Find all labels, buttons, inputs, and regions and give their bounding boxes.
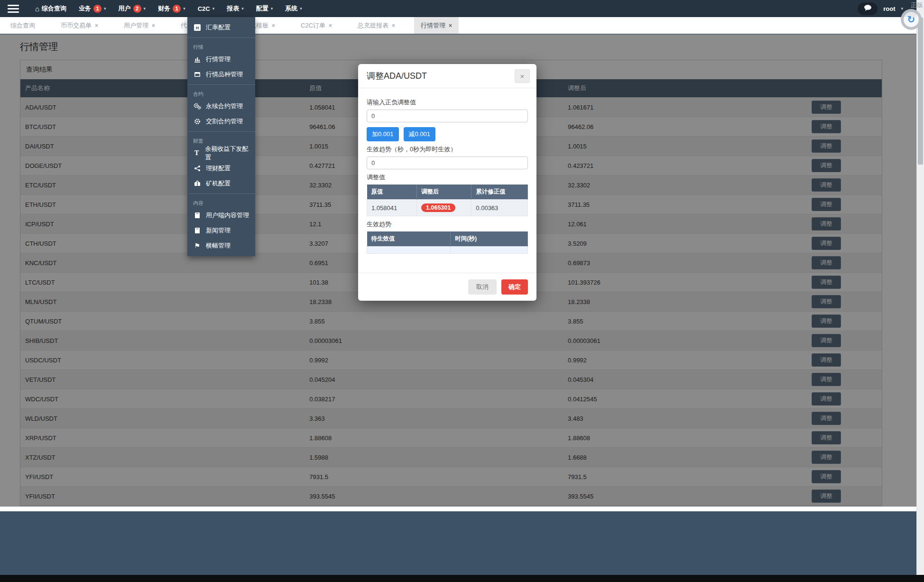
menu-item-用户端内容管理[interactable]: 用户端内容管理 — [187, 208, 255, 223]
subtract-increment-button[interactable]: 减0.001 — [404, 127, 436, 141]
tab-用户管理[interactable]: 用户管理× — [117, 17, 162, 34]
nav-item[interactable]: 用户2▾ — [119, 4, 146, 13]
menu-item-label: 交割合约管理 — [206, 117, 243, 126]
menu-divider — [187, 194, 255, 194]
nav-item-label: 配置 — [256, 4, 268, 13]
menu-item-label: 行情管理 — [206, 55, 231, 64]
h-square-icon: H — [193, 24, 201, 31]
share-nodes-icon — [193, 165, 201, 172]
cancel-button[interactable]: 取消 — [468, 279, 497, 295]
chevron-down-icon: ▾ — [300, 6, 302, 11]
scrollbar-track[interactable] — [916, 0, 924, 575]
chevron-down-icon: ▾ — [213, 6, 215, 11]
c2c-dropdown-menu: H汇率配置行情行情管理行情品种管理合约永续合约管理交割合约管理财富T余额收益下发… — [187, 17, 255, 256]
modal-title: 调整ADA/USDT — [367, 71, 427, 81]
menu-item-label: 永续合约管理 — [206, 102, 243, 111]
trend-seconds-input[interactable] — [367, 157, 528, 169]
nav-item[interactable]: 报表▾ — [227, 4, 244, 13]
menu-item-行情品种管理[interactable]: 行情品种管理 — [187, 67, 255, 82]
add-increment-button[interactable]: 加0.001 — [367, 127, 399, 141]
tab-行情管理[interactable]: 行情管理× — [414, 17, 459, 34]
tab-close-icon[interactable]: × — [95, 22, 98, 29]
tab-close-icon[interactable]: × — [329, 22, 332, 29]
tab-C2C订单[interactable]: C2C订单× — [294, 17, 339, 34]
tab-label: 行情管理 — [421, 21, 445, 30]
menu-item-汇率配置[interactable]: H汇率配置 — [187, 20, 255, 35]
tab-总充提报表[interactable]: 总充提报表× — [351, 17, 402, 34]
tab-close-icon[interactable]: × — [449, 22, 452, 29]
modal-header: 调整ADA/USDT × — [358, 64, 536, 88]
hamburger-menu-icon[interactable] — [8, 3, 19, 15]
nav-item[interactable]: 系统▾ — [285, 4, 302, 13]
book-icon — [193, 212, 201, 219]
menu-item-余额收益下发配置[interactable]: T余额收益下发配置 — [187, 146, 255, 161]
menu-item-横幅管理[interactable]: ⚑横幅管理 — [187, 238, 255, 253]
chat-icon — [864, 4, 872, 13]
refresh-icon: ↻ — [907, 14, 915, 25]
scrollbar-thumb[interactable] — [918, 18, 923, 165]
menu-item-永续合约管理[interactable]: 永续合约管理 — [187, 99, 255, 114]
text-icon: T — [193, 150, 200, 157]
menu-section-label: 行情 — [187, 40, 255, 52]
confirm-button[interactable]: 确定 — [501, 279, 528, 295]
user-caret-icon[interactable]: ▾ — [901, 6, 903, 11]
bar-chart-icon — [193, 56, 201, 63]
notification-badge: 2 — [133, 5, 141, 13]
user-name[interactable]: root — [883, 5, 895, 12]
menu-item-label: 新闻管理 — [206, 226, 231, 235]
nav-item[interactable]: 业务1▾ — [79, 4, 106, 13]
menu-item-行情管理[interactable]: 行情管理 — [187, 52, 255, 67]
tab-close-icon[interactable]: × — [392, 22, 395, 29]
modal-close-button[interactable]: × — [515, 69, 530, 83]
tab-close-icon[interactable]: × — [272, 22, 275, 29]
adjust-header-original: 原值 — [367, 185, 417, 200]
menu-section-label: 内容 — [187, 196, 255, 208]
nav-item-label: 系统 — [285, 4, 297, 13]
chat-button[interactable] — [858, 2, 878, 15]
menu-divider — [187, 37, 255, 38]
cogs-icon — [193, 103, 201, 110]
nav-item[interactable]: 财务1▾ — [158, 4, 185, 13]
trend-table: 待生效值 时间(秒) — [367, 231, 528, 254]
tab-label: 综合查询 — [10, 21, 35, 30]
trend-empty-row — [367, 247, 528, 254]
menu-section-label: 财富 — [187, 134, 255, 146]
menu-item-新闻管理[interactable]: 新闻管理 — [187, 223, 255, 238]
menu-item-label: 横幅管理 — [206, 241, 231, 250]
nav-item-label: C2C — [198, 5, 210, 12]
value-input-label: 请输入正负调整值 — [367, 98, 528, 107]
value-input[interactable] — [367, 110, 528, 122]
tab-label: C2C订单 — [301, 21, 325, 30]
tab-综合查询[interactable]: 综合查询 — [4, 17, 42, 34]
adjust-header-cumulative: 累计修正值 — [471, 185, 528, 200]
close-icon: × — [520, 72, 525, 80]
adjust-values-table: 原值 调整后 累计修正值 1.058041 1.065301 0.00363 — [367, 185, 528, 216]
nav-item[interactable]: ⌂综合查询 — [35, 4, 66, 13]
nav-item-label: 财务 — [158, 4, 170, 13]
nav-item-label: 业务 — [79, 4, 91, 13]
navbar-right: root ▾ — [858, 2, 903, 15]
modal-body: 请输入正负调整值 加0.001 减0.001 生效趋势（秒，0秒为即时生效） 调… — [358, 88, 536, 254]
menu-item-矿机配置[interactable]: 矿机配置 — [187, 176, 255, 191]
trend-header-pending: 待生效值 — [367, 231, 451, 247]
tab-币币交易单[interactable]: 币币交易单× — [54, 17, 105, 34]
adjust-cumulative-value: 0.00363 — [471, 200, 528, 216]
bottom-edge — [0, 575, 924, 582]
svg-text:H: H — [195, 26, 199, 30]
tab-close-icon[interactable]: × — [152, 22, 155, 29]
nav-item[interactable]: C2C▾ — [198, 5, 215, 12]
home-icon: ⌂ — [35, 5, 39, 12]
menu-item-label: 用户端内容管理 — [206, 211, 249, 220]
top-navbar: ⌂综合查询业务1▾用户2▾财务1▾C2C▾报表▾配置▾系统▾ root ▾ — [0, 0, 916, 17]
menu-item-label: 汇率配置 — [206, 23, 231, 32]
nav-item-label: 用户 — [119, 4, 131, 13]
adjust-header-adjusted: 调整后 — [417, 185, 471, 200]
refresh-button[interactable]: ↻ — [901, 9, 922, 30]
window-icon — [193, 71, 201, 78]
watermark-text: 正版 — [911, 1, 923, 9]
nav-item[interactable]: 配置▾ — [256, 4, 273, 13]
menu-item-label: 余额收益下发配置 — [205, 145, 249, 162]
modal-footer: 取消 确定 — [358, 273, 536, 301]
menu-item-理财配置[interactable]: 理财配置 — [187, 161, 255, 176]
menu-item-交割合约管理[interactable]: 交割合约管理 — [187, 114, 255, 129]
